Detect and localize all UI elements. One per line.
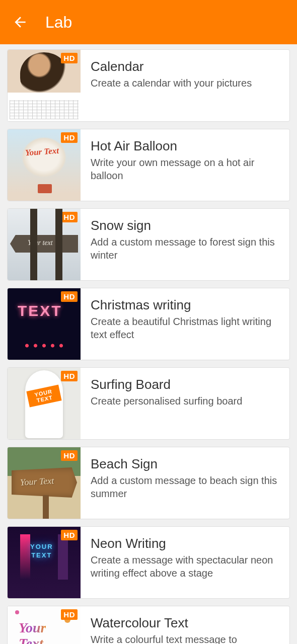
page-title: Lab: [45, 13, 72, 32]
item-info: Snow signAdd a custom message to forest …: [81, 209, 289, 280]
hd-badge: HD: [61, 212, 78, 222]
item-description: Create a beautiful Christmas light writi…: [91, 315, 280, 341]
item-title: Neon Writing: [91, 536, 280, 551]
hd-badge: HD: [61, 609, 78, 620]
item-description: Add a custom message to beach sign this …: [91, 474, 280, 500]
item-info: CalendarCreate a calendar with your pict…: [81, 50, 289, 121]
app-header: Lab: [0, 0, 297, 44]
item-thumbnail: YOUR TEXTHD: [8, 368, 81, 439]
item-description: Create personalised surfing board: [91, 394, 280, 408]
list-item[interactable]: YOUR TEXTHDSurfing BoardCreate personali…: [7, 367, 290, 440]
item-title: Beach Sign: [91, 456, 280, 472]
item-info: Hot Air BalloonWrite your own message on…: [81, 129, 289, 201]
item-title: Watercolour Text: [91, 615, 280, 631]
item-title: Hot Air Balloon: [91, 138, 280, 154]
item-thumbnail: YOUR TEXTHD: [8, 527, 81, 598]
item-info: Christmas writingCreate a beautiful Chri…: [81, 288, 289, 360]
thumbnail-overlay-text: Your Text: [25, 146, 59, 158]
list-item[interactable]: Your textHDSnow signAdd a custom message…: [7, 208, 290, 281]
item-info: Surfing BoardCreate personalised surfing…: [81, 368, 289, 439]
list-item[interactable]: Your TextHDWatercolour TextWrite a colou…: [7, 606, 290, 644]
item-thumbnail: Your TextHD: [8, 447, 81, 519]
item-description: Write a colourful text message to: [91, 633, 280, 644]
list-item[interactable]: Your TextHDBeach SignAdd a custom messag…: [7, 447, 290, 519]
item-description: Create a message with spectacular neon w…: [91, 553, 280, 580]
list-item[interactable]: Your TextHDHot Air BalloonWrite your own…: [7, 129, 290, 201]
item-thumbnail: Your TextHD: [8, 606, 81, 644]
list-item[interactable]: YOUR TEXTHDNeon WritingCreate a message …: [7, 526, 290, 599]
list-item[interactable]: TEXTHDChristmas writingCreate a beautifu…: [7, 288, 290, 360]
item-title: Surfing Board: [91, 377, 280, 392]
hd-badge: HD: [61, 132, 78, 143]
item-info: Neon WritingCreate a message with specta…: [81, 527, 289, 598]
item-description: Add a custom message to forest sign this…: [91, 235, 280, 262]
hd-badge: HD: [61, 371, 78, 381]
back-button[interactable]: [10, 12, 30, 32]
item-title: Snow sign: [91, 218, 280, 233]
thumbnail-overlay-text: YOUR TEXT: [30, 543, 53, 560]
item-info: Beach SignAdd a custom message to beach …: [81, 447, 289, 519]
item-info: Watercolour TextWrite a colourful text m…: [81, 606, 289, 644]
item-thumbnail: Your textHD: [8, 209, 81, 280]
hd-badge: HD: [61, 53, 78, 63]
hd-badge: HD: [61, 530, 78, 540]
thumbnail-overlay-text: YOUR TEXT: [26, 385, 61, 408]
item-thumbnail: HD: [8, 50, 81, 121]
list-item[interactable]: HDCalendarCreate a calendar with your pi…: [7, 49, 290, 122]
thumbnail-overlay-text: Your Text: [19, 620, 46, 644]
thumbnail-overlay-text: TEXT: [18, 302, 62, 319]
item-thumbnail: Your TextHD: [8, 129, 81, 201]
thumbnail-overlay-text: Your Text: [20, 475, 54, 488]
hd-badge: HD: [61, 450, 78, 461]
effect-list: HDCalendarCreate a calendar with your pi…: [0, 44, 297, 644]
item-title: Calendar: [91, 59, 280, 74]
thumbnail-overlay-text: Your text: [28, 239, 53, 247]
item-description: Write your own message on a hot air ball…: [91, 156, 280, 182]
back-arrow-icon: [12, 14, 28, 30]
hd-badge: HD: [61, 291, 78, 302]
item-title: Christmas writing: [91, 297, 280, 313]
item-thumbnail: TEXTHD: [8, 288, 81, 360]
item-description: Create a calendar with your pictures: [91, 76, 280, 90]
